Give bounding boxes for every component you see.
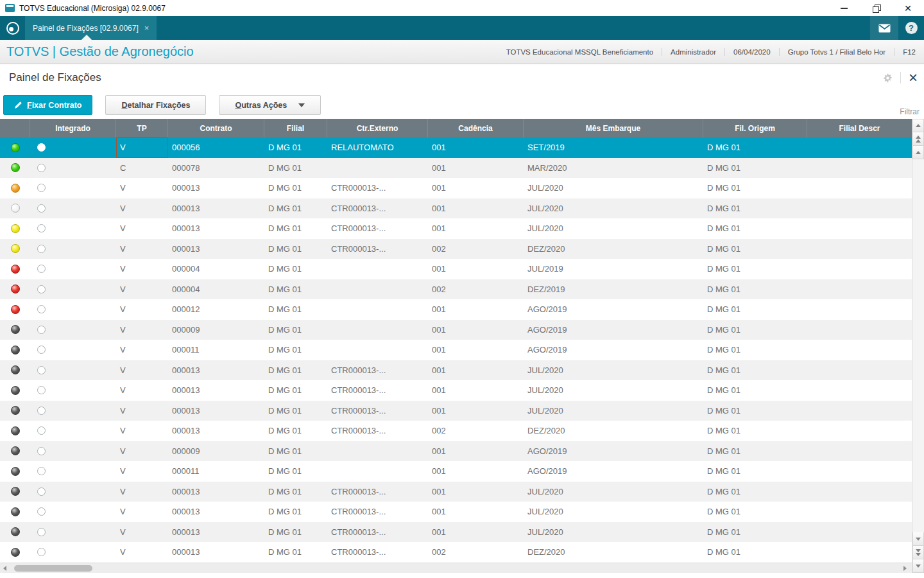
integrado-radio[interactable] xyxy=(37,366,46,374)
cell-integrado[interactable] xyxy=(30,421,116,441)
integrado-radio[interactable] xyxy=(37,487,46,496)
table-row[interactable]: V000013D MG 01CTR000013-...002DEZ/2020D … xyxy=(0,239,912,259)
table-row[interactable]: V000004D MG 01001JUL/2019D MG 01 xyxy=(0,259,912,279)
integrado-radio[interactable] xyxy=(37,447,46,455)
table-row[interactable]: V000013D MG 01CTR000013-...001JUL/2020D … xyxy=(0,178,912,198)
column-header-integrado[interactable]: Integrado xyxy=(30,119,116,137)
cell-integrado[interactable] xyxy=(30,502,116,522)
cell-integrado[interactable] xyxy=(30,542,116,563)
close-panel-button[interactable]: × xyxy=(909,70,918,85)
cell-integrado[interactable] xyxy=(30,239,116,259)
scroll-line-down-button[interactable] xyxy=(912,532,924,546)
integrado-radio[interactable] xyxy=(37,164,46,172)
cell-integrado[interactable] xyxy=(30,299,116,320)
integrado-radio[interactable] xyxy=(37,326,46,334)
scroll-left-icon[interactable] xyxy=(3,566,6,571)
integrado-radio[interactable] xyxy=(37,426,46,435)
table-row[interactable]: V000013D MG 01CTR000013-...001JUL/2020D … xyxy=(0,401,912,421)
scroll-page-up-button[interactable] xyxy=(912,132,924,146)
integrado-radio[interactable] xyxy=(37,346,46,354)
table-row[interactable]: V000009D MG 01001AGO/2019D MG 01 xyxy=(0,320,912,340)
column-header-mes_embarque[interactable]: Mês Embarque xyxy=(524,119,703,137)
integrado-radio[interactable] xyxy=(37,184,46,192)
cell-integrado[interactable] xyxy=(30,522,116,543)
integrado-radio[interactable] xyxy=(37,224,46,232)
cell-integrado[interactable] xyxy=(30,178,116,198)
scroll-page-down-button[interactable] xyxy=(912,546,924,559)
integrado-radio[interactable] xyxy=(37,507,46,516)
table-row[interactable]: V000013D MG 01CTR000013-...001JUL/2020D … xyxy=(0,502,912,522)
table-row[interactable]: V000011D MG 01001AGO/2019D MG 01 xyxy=(0,461,912,482)
cell-integrado[interactable] xyxy=(30,340,116,360)
cell-integrado[interactable] xyxy=(30,482,116,502)
cell-led xyxy=(0,158,30,179)
scroll-top-button[interactable] xyxy=(912,146,924,159)
cell-integrado[interactable] xyxy=(30,279,116,300)
table-row[interactable]: V000011D MG 01001AGO/2019D MG 01 xyxy=(0,340,912,360)
table-row[interactable]: V000004D MG 01002DEZ/2019D MG 01 xyxy=(0,279,912,300)
column-header-filial[interactable]: Filial xyxy=(264,119,327,137)
cell-ctr_externo: CTR000013-... xyxy=(327,218,428,239)
column-header-contrato[interactable]: Contrato xyxy=(168,119,264,137)
table-row[interactable]: V000013D MG 01CTR000013-...002DEZ/2020D … xyxy=(0,421,912,441)
integrado-radio[interactable] xyxy=(37,204,46,213)
integrado-radio[interactable] xyxy=(37,467,46,475)
cell-integrado[interactable] xyxy=(30,158,116,179)
scroll-line-up-button[interactable] xyxy=(912,119,924,132)
integrado-radio[interactable] xyxy=(37,386,46,394)
hscroll-thumb[interactable] xyxy=(14,565,92,572)
settings-gear-icon[interactable] xyxy=(883,73,893,83)
other-actions-button[interactable]: Outras Ações xyxy=(219,95,321,115)
table-row[interactable]: V000056D MG 01RELAUTOMATO001SET/2019D MG… xyxy=(0,137,912,158)
cell-integrado[interactable] xyxy=(30,360,116,381)
table-row[interactable]: C000078D MG 01001MAR/2020D MG 01 xyxy=(0,158,912,179)
column-header-ctr_externo[interactable]: Ctr.Externo xyxy=(327,119,428,137)
detail-fixations-button[interactable]: Detalhar Fixações xyxy=(105,95,206,115)
minimize-button[interactable] xyxy=(828,0,860,16)
column-header-led[interactable] xyxy=(0,119,30,137)
cell-integrado[interactable] xyxy=(30,401,116,421)
tab-close-icon[interactable]: × xyxy=(144,23,150,33)
integrado-radio[interactable] xyxy=(37,548,46,556)
cell-integrado[interactable] xyxy=(30,320,116,340)
cell-integrado[interactable] xyxy=(30,218,116,239)
close-window-button[interactable]: × xyxy=(892,0,924,16)
cell-integrado[interactable] xyxy=(30,461,116,482)
cell-integrado[interactable] xyxy=(30,137,116,158)
integrado-radio[interactable] xyxy=(37,143,46,152)
table-row[interactable]: V000013D MG 01CTR000013-...001JUL/2020D … xyxy=(0,218,912,239)
tab-painel-de-fixacoes[interactable]: Painel de Fixações [02.9.0067] × xyxy=(25,16,157,40)
mail-button[interactable] xyxy=(870,16,898,40)
cell-integrado[interactable] xyxy=(30,380,116,401)
cell-integrado[interactable] xyxy=(30,198,116,219)
integrado-radio[interactable] xyxy=(37,528,46,536)
scroll-right-icon[interactable] xyxy=(903,566,907,571)
table-row[interactable]: V000013D MG 01CTR000013-...002DEZ/2020D … xyxy=(0,542,912,563)
horizontal-scrollbar[interactable] xyxy=(0,563,912,573)
table-row[interactable]: V000013D MG 01CTR000013-...001JUL/2020D … xyxy=(0,198,912,219)
table-row[interactable]: V000013D MG 01CTR000013-...001JUL/2020D … xyxy=(0,360,912,381)
cell-integrado[interactable] xyxy=(30,259,116,279)
table-row[interactable]: V000009D MG 01001AGO/2019D MG 01 xyxy=(0,441,912,462)
column-header-tp[interactable]: TP xyxy=(116,119,168,137)
column-header-fil_origem[interactable]: Fil. Origem xyxy=(703,119,807,137)
column-header-filial_descr[interactable]: Filial Descr xyxy=(807,119,912,137)
integrado-radio[interactable] xyxy=(37,305,46,313)
integrado-radio[interactable] xyxy=(37,407,46,415)
filter-link[interactable]: Filtrar xyxy=(900,107,920,116)
vertical-scrollbar[interactable] xyxy=(912,119,924,573)
table-row[interactable]: V000012D MG 01001AGO/2019D MG 01 xyxy=(0,299,912,320)
cell-integrado[interactable] xyxy=(30,441,116,462)
integrado-radio[interactable] xyxy=(37,265,46,273)
scroll-bottom-button[interactable] xyxy=(912,559,924,573)
table-row[interactable]: V000013D MG 01CTR000013-...001JUL/2020D … xyxy=(0,522,912,543)
column-header-cadencia[interactable]: Cadência xyxy=(428,119,524,137)
fix-contract-button[interactable]: Fixar Contrato xyxy=(3,95,92,115)
table-row[interactable]: V000013D MG 01CTR000013-...001JUL/2020D … xyxy=(0,380,912,401)
table-row[interactable]: V000013D MG 01CTR000013-...001JUL/2020D … xyxy=(0,482,912,502)
integrado-radio[interactable] xyxy=(37,245,46,253)
restore-button[interactable] xyxy=(860,0,892,16)
vscroll-track[interactable] xyxy=(912,159,924,532)
integrado-radio[interactable] xyxy=(37,285,46,293)
help-button[interactable]: ? xyxy=(898,22,924,34)
